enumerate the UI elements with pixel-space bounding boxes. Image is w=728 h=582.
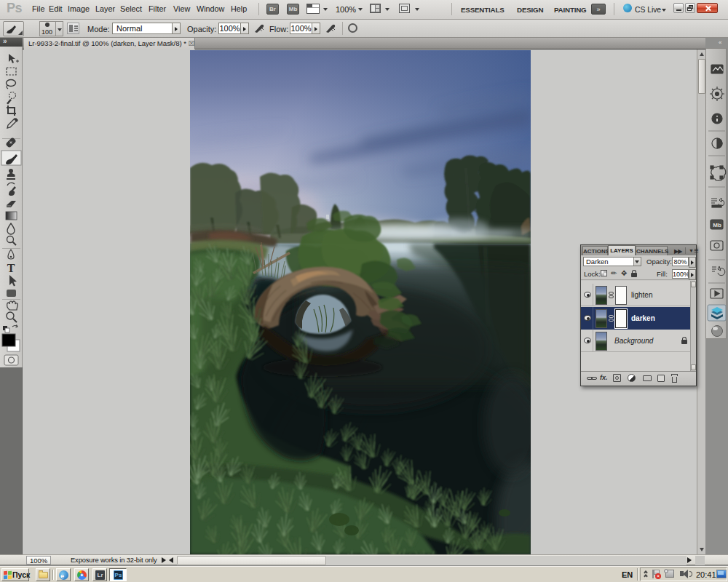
svg-text:Mb: Mb [713, 222, 721, 228]
svg-text:T: T [7, 262, 15, 274]
